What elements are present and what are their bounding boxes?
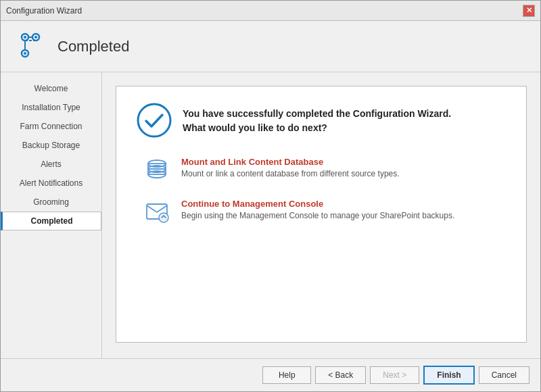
- finish-button[interactable]: Finish: [423, 366, 474, 385]
- option-management-console-content: Continue to Management Console Begin usi…: [181, 199, 506, 222]
- back-button[interactable]: < Back: [315, 366, 366, 384]
- sidebar-item-alerts[interactable]: Alerts: [1, 155, 101, 174]
- main-panel: You have successfully completed the Conf…: [102, 72, 540, 358]
- sidebar: Welcome Installation Type Farm Connectio…: [1, 72, 102, 358]
- window-title: Configuration Wizard: [6, 6, 82, 16]
- wizard-icon: [14, 29, 47, 64]
- header-bar: Completed: [1, 21, 540, 72]
- sidebar-item-alert-notifications[interactable]: Alert Notifications: [1, 174, 101, 193]
- option-mount-link: Mount and Link Content Database Mount or…: [137, 157, 506, 184]
- sidebar-item-farm-connection[interactable]: Farm Connection: [1, 117, 101, 136]
- title-bar: Configuration Wizard ✕: [1, 1, 540, 21]
- cancel-button[interactable]: Cancel: [479, 366, 530, 384]
- svg-point-3: [34, 36, 37, 39]
- success-section: You have successfully completed the Conf…: [137, 103, 506, 138]
- svg-point-9: [138, 104, 170, 137]
- content-area: Welcome Installation Type Farm Connectio…: [1, 72, 540, 358]
- option-mount-link-content: Mount and Link Content Database Mount or…: [181, 157, 506, 180]
- sidebar-item-installation-type[interactable]: Installation Type: [1, 98, 101, 117]
- help-button[interactable]: Help: [262, 366, 311, 384]
- page-title: Completed: [57, 38, 129, 55]
- sidebar-item-completed[interactable]: Completed: [1, 212, 101, 230]
- option-management-console: Continue to Management Console Begin usi…: [137, 199, 506, 226]
- success-checkmark-icon: [137, 103, 172, 138]
- panel-box: You have successfully completed the Conf…: [116, 86, 527, 343]
- option-mount-link-desc: Mount or link a content database from di…: [181, 168, 506, 180]
- sidebar-item-backup-storage[interactable]: Backup Storage: [1, 136, 101, 155]
- configuration-wizard-window: Configuration Wizard ✕: [0, 0, 541, 392]
- option-mount-link-title[interactable]: Mount and Link Content Database: [181, 157, 506, 167]
- option-management-console-title[interactable]: Continue to Management Console: [181, 199, 506, 209]
- sidebar-item-grooming[interactable]: Grooming: [1, 193, 101, 212]
- svg-point-1: [24, 36, 26, 39]
- success-message: You have successfully completed the Conf…: [183, 103, 451, 135]
- option-management-console-desc: Begin using the Management Console to ma…: [181, 210, 506, 222]
- sidebar-item-welcome[interactable]: Welcome: [1, 79, 101, 98]
- database-icon: [143, 157, 170, 184]
- bottom-bar: Help < Back Next > Finish Cancel: [1, 358, 540, 391]
- svg-point-16: [159, 213, 168, 222]
- svg-point-5: [24, 52, 26, 55]
- console-icon: [143, 199, 170, 226]
- next-button[interactable]: Next >: [370, 366, 419, 384]
- close-button[interactable]: ✕: [523, 5, 535, 17]
